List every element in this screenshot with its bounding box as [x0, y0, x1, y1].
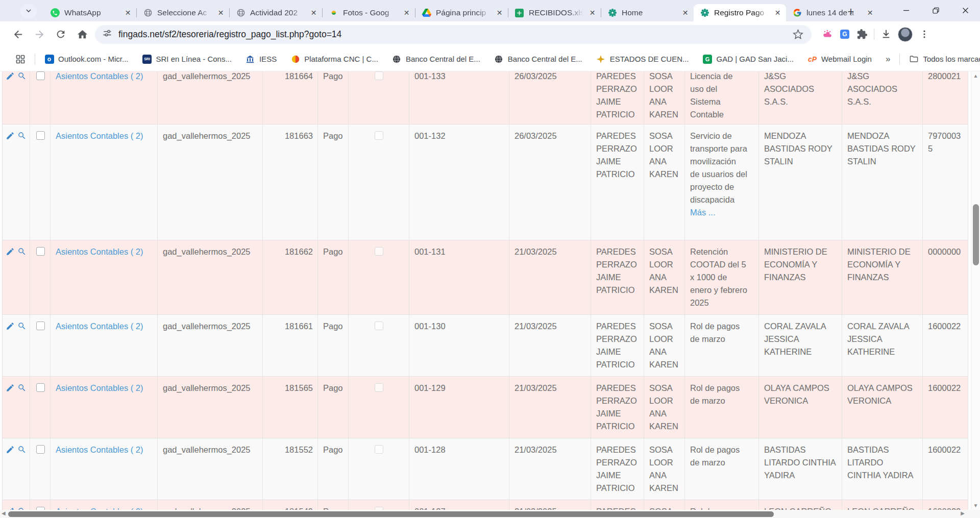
row-elaborado: PAREDES PERRAZO JAIME PATRICIO	[591, 438, 644, 500]
bookmark-item[interactable]: Plataforma CNC | C...	[290, 54, 378, 64]
row-select-checkbox[interactable]	[36, 131, 45, 140]
bookmark-star-icon[interactable]	[789, 26, 806, 43]
tab-close-icon[interactable]: ✕	[402, 9, 411, 17]
tab-home[interactable]: Home✕	[601, 4, 694, 21]
apps-grid-icon[interactable]	[15, 54, 26, 64]
minimize-button[interactable]	[891, 0, 921, 20]
horizontal-scrollbar[interactable]: ◀ ▶	[0, 510, 980, 518]
edit-pencil-icon[interactable]	[6, 71, 15, 124]
row-select-checkbox[interactable]	[36, 322, 45, 330]
row-select-checkbox[interactable]	[36, 445, 45, 454]
search-magnifier-icon[interactable]	[17, 445, 27, 500]
bookmark-item[interactable]: oOutlook.com - Micr...	[44, 54, 129, 64]
tab-registro-pago[interactable]: Registro Pago✕	[694, 4, 786, 21]
tab-fotos-goog[interactable]: Fotos - Goog✕	[323, 4, 415, 21]
url-text[interactable]: fingads.net/sf2/tesoreria/registro_pago_…	[118, 29, 789, 40]
edit-pencil-icon[interactable]	[6, 322, 15, 376]
scroll-right-arrow-icon[interactable]: ▶	[961, 510, 965, 516]
table-row: Asientos Contables ( 2)gad_vallehermos_2…	[3, 438, 968, 500]
address-bar[interactable]: fingads.net/sf2/tesoreria/registro_pago_…	[95, 25, 812, 44]
row-link-asientos-contables[interactable]: Asientos Contables ( 2)	[51, 377, 158, 438]
vertical-scrollbar[interactable]: ▲ ▼	[971, 71, 980, 510]
search-magnifier-icon[interactable]	[17, 383, 27, 438]
row-cuenta: 1600022	[923, 315, 968, 376]
search-magnifier-icon[interactable]	[17, 322, 27, 376]
tab-p-gina-princip[interactable]: Página princip✕	[415, 4, 508, 21]
tab-close-icon[interactable]: ✕	[866, 9, 874, 17]
row-link-asientos-contables[interactable]: Asientos Contables ( 2)	[51, 71, 158, 124]
row-link-asientos-contables[interactable]: Asientos Contables ( 2)	[51, 125, 158, 240]
experiments-pink-icon[interactable]	[819, 26, 836, 43]
scroll-up-arrow-icon[interactable]: ▲	[971, 73, 980, 79]
reload-button[interactable]	[52, 26, 69, 43]
row-select-checkbox[interactable]	[36, 247, 45, 256]
bookmark-item[interactable]: Banco Central del E...	[392, 54, 480, 64]
new-tab-button[interactable]: +	[843, 5, 859, 19]
edit-pencil-icon[interactable]	[6, 383, 15, 438]
row-cuenta: 79700035	[923, 125, 968, 240]
globe-icon	[236, 8, 246, 18]
tab-recibidos-xls[interactable]: RECIBIDOS.xls✕	[508, 4, 601, 21]
row-link-asientos-contables[interactable]: Asientos Contables ( 2)	[51, 315, 158, 376]
site-info-icon[interactable]	[102, 28, 112, 40]
tab-close-icon[interactable]: ✕	[124, 9, 132, 17]
tab-whatsapp[interactable]: WhatsApp✕	[44, 4, 136, 21]
profile-avatar[interactable]	[898, 27, 913, 42]
tab-lunes-14-de-a[interactable]: lunes 14 de a✕	[786, 4, 878, 21]
edit-pencil-icon[interactable]	[6, 247, 15, 314]
browser-menu-kebab-icon[interactable]	[916, 26, 933, 43]
tab-actividad-202[interactable]: Actividad 202✕	[230, 4, 322, 21]
row-empresa: gad_vallehermos_2025	[158, 71, 263, 124]
tab-search-button[interactable]	[20, 4, 37, 18]
search-magnifier-icon[interactable]	[17, 247, 27, 314]
search-magnifier-icon[interactable]	[17, 131, 27, 240]
row-link-asientos-contables[interactable]: Asientos Contables ( 2)	[51, 240, 158, 314]
bookmarks-overflow-chevron[interactable]: »	[886, 54, 889, 64]
row-select-cell	[30, 377, 51, 438]
row-aprobado: SOSA LOOR ANA KAREN	[644, 125, 685, 240]
all-bookmarks-divider	[899, 54, 900, 65]
bookmark-item[interactable]: IESS	[246, 54, 277, 64]
scroll-down-arrow-icon[interactable]: ▼	[971, 503, 980, 508]
row-flag-checkbox	[375, 247, 383, 256]
downloads-icon[interactable]	[877, 26, 895, 43]
tab-label: Página princip	[436, 8, 493, 17]
tab-close-icon[interactable]: ✕	[216, 9, 225, 17]
row-mas-link[interactable]: Más ...	[690, 208, 716, 217]
bookmark-item[interactable]: Banco Central del E...	[494, 54, 582, 64]
horizontal-scrollbar-thumb[interactable]	[8, 511, 774, 517]
row-link-asientos-contables[interactable]: Asientos Contables ( 2)	[51, 438, 158, 500]
scroll-left-arrow-icon[interactable]: ◀	[2, 510, 6, 516]
tab-close-icon[interactable]: ✕	[309, 9, 318, 17]
bookmark-item[interactable]: cPWebmail Login	[807, 54, 872, 64]
bookmark-item[interactable]: ESTADOS DE CUEN...	[596, 54, 689, 64]
tab-close-icon[interactable]: ✕	[773, 9, 782, 17]
extensions-puzzle-icon[interactable]	[853, 26, 871, 43]
row-select-checkbox[interactable]	[36, 71, 45, 80]
row-actions	[3, 125, 30, 240]
tab-close-icon[interactable]: ✕	[495, 9, 504, 17]
edit-pencil-icon[interactable]	[6, 131, 15, 240]
registro-pago-table: Asientos Contables ( 2)gad_vallehermos_2…	[2, 71, 968, 518]
row-select-checkbox[interactable]	[36, 383, 45, 392]
bookmark-label: Outlook.com - Micr...	[58, 55, 129, 63]
tab-seleccione-ac[interactable]: Seleccione Ac✕	[137, 4, 229, 21]
restore-button[interactable]	[921, 0, 950, 20]
row-fecha: 26/03/2025	[509, 71, 591, 124]
forward-button[interactable]	[31, 26, 48, 43]
table-row: Asientos Contables ( 2)gad_vallehermos_2…	[3, 315, 968, 377]
bookmark-item[interactable]: GGAD | GAD San Jaci...	[703, 54, 794, 64]
edit-pencil-icon[interactable]	[6, 445, 15, 500]
row-select-cell	[30, 240, 51, 314]
all-bookmarks-button[interactable]: Todos los marcadores	[909, 54, 980, 64]
translate-icon[interactable]: G	[836, 26, 853, 43]
search-magnifier-icon[interactable]	[17, 71, 27, 124]
row-elaborado: PAREDES PERRAZO JAIME PATRICIO	[591, 71, 644, 124]
bookmark-item[interactable]: SRISRI en Línea - Cons...	[142, 54, 232, 64]
tab-close-icon[interactable]: ✕	[588, 9, 597, 17]
home-button[interactable]	[74, 26, 91, 43]
back-button[interactable]	[9, 26, 27, 43]
vertical-scrollbar-thumb[interactable]	[973, 204, 979, 265]
tab-close-icon[interactable]: ✕	[681, 9, 690, 17]
close-window-button[interactable]	[950, 0, 980, 20]
